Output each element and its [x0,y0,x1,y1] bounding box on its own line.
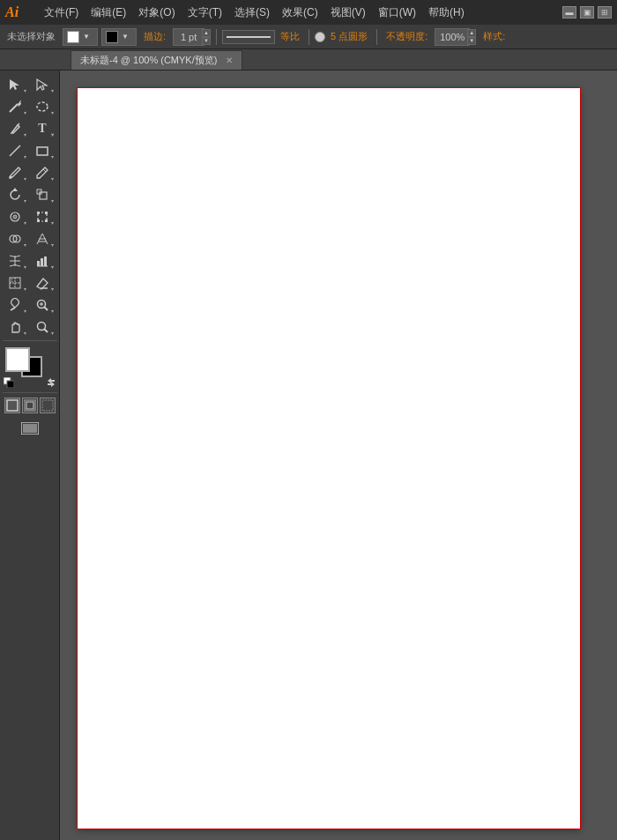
draw-inside-button[interactable] [40,398,56,413]
tool-row-2: ▾ ▾ [2,96,57,117]
svg-rect-6 [37,147,48,155]
menu-object[interactable]: 对象(O) [133,4,180,22]
svg-point-7 [10,176,12,179]
shape-builder-tool[interactable]: ▾ [2,228,28,249]
fill-color-box[interactable] [5,347,30,372]
opacity-arrows: ▲ ▼ [467,29,476,45]
magic-wand-tool[interactable]: ▾ [2,96,28,117]
pencil-tool[interactable]: ▾ [29,162,56,183]
point-shape-label: 5 点圆形 [327,30,371,43]
stroke-width-input[interactable]: 1 pt [173,28,204,46]
svg-rect-28 [37,261,40,266]
menu-edit[interactable]: 编辑(E) [85,4,131,22]
separator-1 [216,29,217,45]
tool-row-1: ▾ ▾ [2,74,57,95]
swap-colors-button[interactable] [46,377,56,388]
canvas-area[interactable] [60,71,617,840]
main-area: ▾ ▾ ▾ ▾ [0,71,617,840]
separator-2 [308,29,309,45]
style-label: 样式: [479,30,509,43]
separator-3 [376,29,377,45]
rectangle-tool[interactable]: ▾ [29,140,56,161]
svg-text:1: 1 [11,278,13,283]
svg-rect-30 [44,256,47,266]
svg-line-0 [10,104,18,112]
free-transform-tool[interactable]: ▾ [29,206,56,227]
menu-window[interactable]: 窗口(W) [373,4,421,22]
stroke-label: 描边: [140,30,169,43]
eyedropper-tool[interactable]: ▾ [2,294,28,316]
zoom-tool[interactable]: ▾ [29,294,56,316]
mesh-tool[interactable]: ▾ [2,250,28,271]
document-tab[interactable]: 未标题-4 @ 100% (CMYK/预览) ✕ [71,50,242,70]
svg-point-3 [37,102,48,111]
tool-row-8: ▾ ▾ [2,228,57,249]
svg-line-5 [10,145,20,156]
perspective-grid-tool[interactable]: ▾ [29,228,56,249]
draw-behind-button[interactable] [22,398,38,413]
svg-line-37 [11,308,15,310]
options-bar: 未选择对象 描边: 1 pt ▲ ▼ 等比 5 点圆形 不透明度: 100% ▲… [0,25,617,49]
minimize-button[interactable]: ▬ [562,6,576,19]
stroke-color-dropdown[interactable] [101,28,137,46]
menu-view[interactable]: 视图(V) [325,4,371,22]
fill-stroke-area [2,346,58,388]
tab-close-button[interactable]: ✕ [226,56,233,65]
tool-row-3: ▾ T▾ [2,118,57,139]
reset-colors-button[interactable] [4,377,14,388]
tool-row-9: ▾ ▾ [2,250,57,271]
tool-row-12: ▾ ▾ [2,316,57,338]
grid-button[interactable]: ⊞ [598,6,612,19]
screen-mode-area [2,420,57,437]
scale-tool[interactable]: ▾ [29,184,56,205]
tab-label: 未标题-4 @ 100% (CMYK/预览) [80,54,217,67]
stroke-width-down[interactable]: ▼ [202,37,211,45]
line-tool[interactable]: ▾ [2,140,28,161]
svg-line-8 [43,169,46,172]
stroke-width-up[interactable]: ▲ [202,29,211,37]
opacity-up[interactable]: ▲ [467,29,476,37]
title-bar: Ai 文件(F) 编辑(E) 对象(O) 文字(T) 选择(S) 效果(C) 视… [0,0,617,25]
normal-mode-button[interactable] [4,398,20,413]
svg-rect-49 [42,400,53,411]
svg-marker-9 [12,188,18,191]
menu-text[interactable]: 文字(T) [182,4,227,22]
drawing-mode-row [2,396,57,415]
eraser-tool[interactable]: ▾ [29,272,56,294]
stroke-preview [222,30,275,44]
menu-effect[interactable]: 效果(C) [277,4,323,22]
tool-row-11: ▾ ▾ [2,294,57,316]
tool-row-5: ▾ ▾ [2,162,57,183]
tool-row-4: ▾ ▾ [2,140,57,161]
svg-rect-29 [41,258,43,266]
tool-row-6: ▾ ▾ [2,184,57,205]
paintbrush-tool[interactable]: ▾ [2,162,28,183]
chart-tool[interactable]: ▾ [29,250,56,271]
text-tool[interactable]: T▾ [29,118,56,139]
lasso-tool[interactable]: ▾ [29,96,56,117]
svg-rect-19 [45,219,48,222]
zoom-out-tool[interactable]: ▾ [29,316,56,338]
slice-tool[interactable]: 1 ▾ [2,272,28,294]
opacity-input[interactable]: 100% [435,28,470,46]
svg-rect-45 [7,381,14,388]
rotate-tool[interactable]: ▾ [2,184,28,205]
direct-selection-tool[interactable]: ▾ [29,74,56,95]
no-selection-label: 未选择对象 [4,30,59,43]
menu-select[interactable]: 选择(S) [229,4,275,22]
selection-tool[interactable]: ▾ [2,74,28,95]
menu-bar: 文件(F) 编辑(E) 对象(O) 文字(T) 选择(S) 效果(C) 视图(V… [39,4,554,22]
menu-help[interactable]: 帮助(H) [423,4,470,22]
screen-mode-button[interactable] [18,420,42,437]
fill-color-dropdown[interactable] [63,28,98,46]
svg-line-43 [44,329,48,332]
hand-tool[interactable]: ▾ [2,316,28,338]
pen-tool[interactable]: ▾ [2,118,28,139]
svg-rect-46 [7,400,18,411]
svg-rect-48 [26,402,33,409]
opacity-down[interactable]: ▼ [467,37,476,45]
maximize-button[interactable]: ▣ [580,6,594,19]
svg-rect-17 [45,212,48,214]
warp-tool[interactable]: ▾ [2,206,28,227]
menu-file[interactable]: 文件(F) [39,4,84,22]
